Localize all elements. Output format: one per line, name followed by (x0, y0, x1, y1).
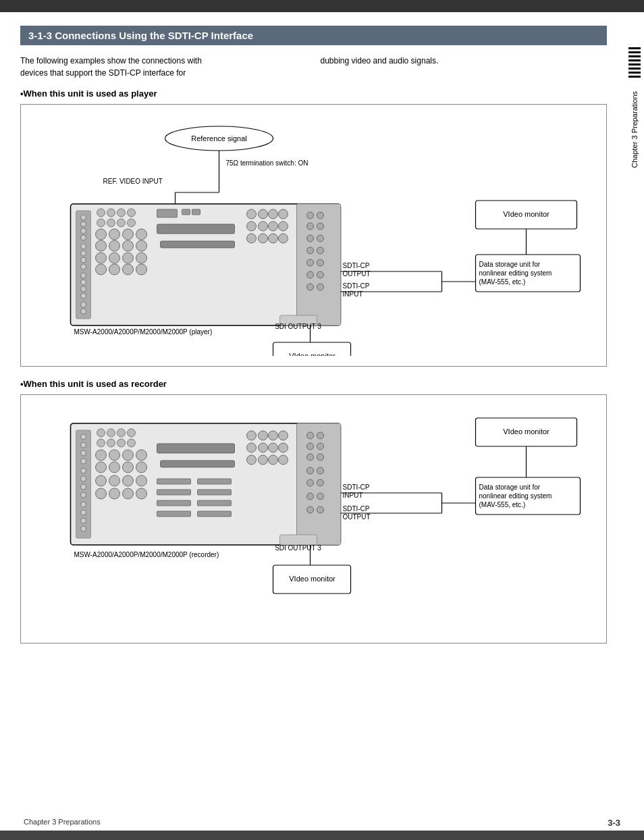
svg-point-141 (269, 443, 278, 452)
svg-point-15 (81, 273, 86, 278)
svg-point-143 (247, 455, 257, 465)
video-monitor-bottom-recorder: VIdeo monitor (289, 575, 336, 583)
svg-rect-133 (157, 511, 191, 517)
svg-rect-47 (192, 209, 200, 215)
svg-rect-130 (198, 490, 232, 495)
svg-point-74 (317, 271, 324, 278)
svg-point-18 (81, 293, 86, 298)
svg-point-158 (307, 493, 314, 500)
svg-point-37 (96, 253, 107, 263)
svg-point-142 (279, 443, 288, 452)
svg-point-91 (81, 450, 86, 456)
svg-point-50 (247, 209, 257, 219)
svg-point-160 (307, 506, 314, 513)
svg-point-157 (317, 479, 324, 486)
svg-point-71 (307, 259, 314, 266)
footer-chapter: Chapter 3 Preparations (24, 818, 101, 828)
svg-point-90 (81, 442, 86, 448)
video-monitor-bottom-player: VIdeo monitor (289, 352, 336, 356)
svg-point-105 (97, 439, 105, 447)
svg-point-111 (123, 450, 134, 461)
svg-point-69 (307, 247, 314, 254)
chapter-sidebar-label: Chapter 3 Preparations (630, 91, 639, 168)
svg-rect-162 (280, 535, 317, 545)
svg-point-36 (136, 240, 147, 251)
svg-point-92 (81, 458, 86, 464)
sdti-cp-input-rec: SDTI-CP (343, 483, 370, 491)
page-footer: Chapter 3 Preparations 3-3 (0, 818, 644, 828)
svg-point-59 (259, 234, 268, 243)
svg-point-10 (81, 235, 86, 240)
ref-signal-text: Reference signal (191, 134, 247, 142)
sdti-cp-output-rec: SDTI-CP (343, 505, 370, 513)
data-storage-player3: (MAV-555, etc.) (479, 278, 526, 286)
svg-rect-126 (161, 461, 235, 467)
intro-col1: The following examples show the connecti… (20, 55, 307, 79)
intro-text: The following examples show the connecti… (20, 55, 607, 79)
svg-point-116 (136, 462, 147, 473)
bottom-bar (0, 831, 644, 840)
svg-point-108 (128, 439, 136, 447)
footer-page-num: 3-3 (608, 818, 620, 828)
data-storage-player2: nonlinear editing system (479, 269, 552, 277)
svg-point-98 (81, 510, 86, 515)
svg-point-61 (279, 234, 288, 243)
svg-point-14 (81, 264, 86, 269)
svg-point-51 (259, 209, 268, 219)
svg-point-138 (279, 431, 288, 440)
svg-rect-131 (157, 500, 191, 506)
svg-point-17 (81, 286, 86, 292)
svg-rect-128 (198, 479, 232, 484)
svg-point-106 (107, 439, 115, 447)
recorder-device-label: MSW-A2000/A2000P/M2000/M2000P (recorder) (74, 551, 219, 558)
data-storage-rec: Data storage unit for (479, 483, 541, 491)
svg-point-16 (81, 280, 86, 285)
svg-point-76 (317, 284, 324, 290)
svg-point-113 (96, 462, 107, 473)
svg-point-24 (128, 209, 136, 217)
svg-point-67 (307, 235, 314, 242)
svg-point-68 (317, 235, 324, 242)
svg-point-66 (317, 223, 324, 230)
svg-rect-132 (198, 500, 232, 506)
video-monitor-right-recorder: VIdeo monitor (503, 427, 549, 436)
player-diagram-svg: Reference signal 75Ω termination switch:… (29, 113, 598, 356)
svg-rect-45 (157, 209, 178, 217)
data-storage-rec3: (MAV-555, etc.) (479, 501, 526, 508)
svg-point-58 (247, 234, 257, 243)
svg-point-52 (269, 209, 278, 219)
svg-point-140 (259, 443, 268, 452)
svg-point-135 (247, 431, 257, 440)
svg-point-38 (109, 253, 120, 263)
main-content: 3-1-3 Connections Using the SDTI-CP Inte… (0, 12, 644, 669)
svg-point-63 (307, 212, 314, 219)
svg-point-99 (81, 518, 86, 523)
svg-point-115 (123, 462, 134, 473)
svg-point-41 (96, 264, 107, 275)
svg-point-32 (136, 229, 147, 240)
svg-point-117 (96, 475, 107, 486)
svg-point-44 (136, 264, 147, 275)
svg-point-19 (81, 302, 86, 307)
svg-point-29 (96, 229, 107, 240)
svg-rect-129 (157, 490, 191, 495)
svg-point-122 (109, 488, 120, 499)
svg-point-146 (279, 455, 288, 465)
svg-point-42 (109, 264, 120, 275)
svg-point-21 (97, 209, 105, 217)
svg-point-149 (317, 432, 324, 439)
svg-point-156 (307, 479, 314, 486)
chapter-sidebar: Chapter 3 Preparations (625, 41, 644, 446)
svg-point-95 (81, 484, 86, 490)
svg-point-35 (123, 240, 134, 251)
svg-rect-134 (198, 511, 232, 517)
svg-point-136 (259, 431, 268, 440)
svg-point-120 (136, 475, 147, 486)
svg-point-96 (81, 492, 86, 498)
svg-point-151 (317, 443, 324, 450)
sdi-output-label-player: SDI OUTPUT 3 (275, 323, 321, 330)
subsection2-label: •When this unit is used as recorder (20, 379, 607, 389)
svg-point-124 (136, 488, 147, 499)
top-bar (0, 0, 644, 12)
svg-point-60 (269, 234, 278, 243)
